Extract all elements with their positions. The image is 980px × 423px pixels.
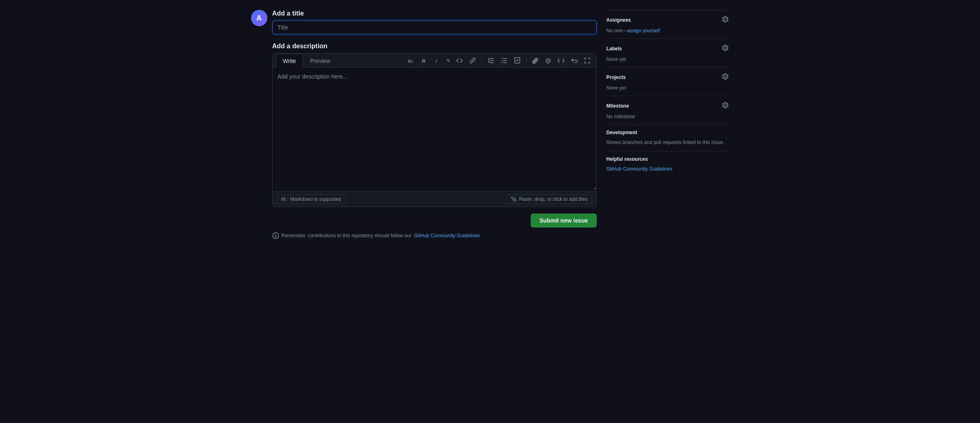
toolbar-link-btn[interactable] xyxy=(467,56,478,65)
markdown-support-btn[interactable]: M↓ Markdown is supported xyxy=(277,194,346,204)
toolbar-ordered-list-btn[interactable] xyxy=(485,56,497,65)
svg-text:H₁: H₁ xyxy=(408,59,413,63)
toolbar-reference-btn[interactable] xyxy=(555,56,567,65)
avatar: A xyxy=(251,10,267,26)
tab-preview[interactable]: Preview xyxy=(303,54,337,68)
milestone-section: Milestone No milestone xyxy=(607,96,729,124)
labels-gear-icon xyxy=(722,45,729,51)
toolbar-attach-btn[interactable] xyxy=(530,56,541,65)
assignees-value: No one—assign yourself xyxy=(607,28,729,34)
toolbar-unordered-list-btn[interactable] xyxy=(498,56,510,65)
projects-section: Projects None yet xyxy=(607,67,729,96)
development-section: Development Shows branches and pull requ… xyxy=(607,124,729,151)
labels-value: None yet xyxy=(607,56,729,62)
milestone-gear-btn[interactable] xyxy=(721,101,729,110)
markdown-label: Markdown is supported xyxy=(290,196,341,202)
milestone-header: Milestone xyxy=(607,101,729,110)
title-input[interactable] xyxy=(272,20,597,34)
submit-issue-button[interactable]: Submit new issue xyxy=(531,214,596,227)
description-section: Add a description Write Preview H₁ B xyxy=(272,43,597,207)
helpful-resources-title: Helpful resources xyxy=(607,156,729,162)
github-community-guidelines-link[interactable]: GitHub Community Guidelines xyxy=(607,166,672,172)
editor-footer: M↓ Markdown is supported 📎 Paste, drop, … xyxy=(273,191,596,207)
info-icon xyxy=(272,232,279,239)
issue-form: Add a title Add a description Write Prev… xyxy=(272,10,597,239)
tab-write[interactable]: Write xyxy=(276,54,303,68)
projects-gear-icon xyxy=(722,73,729,80)
attach-files-btn[interactable]: 📎 Paste, drop, or click to add files xyxy=(506,194,592,204)
projects-value: None yet xyxy=(607,85,729,91)
toolbar-bold-btn[interactable]: B xyxy=(418,56,430,65)
toolbar-fullscreen-btn[interactable] xyxy=(582,56,593,65)
projects-gear-btn[interactable] xyxy=(721,72,729,82)
toolbar-italic-btn[interactable]: I xyxy=(431,56,443,65)
toolbar-undo-btn[interactable] xyxy=(568,56,580,65)
title-section: Add a title xyxy=(272,10,597,43)
notice-link[interactable]: GitHub Community Guidelines xyxy=(414,233,480,239)
editor-tab-bar: Write Preview H₁ B I S xyxy=(273,54,596,68)
toolbar-strikethrough-btn[interactable]: S xyxy=(444,56,452,65)
submit-area: Submit new issue xyxy=(272,214,597,227)
toolbar-code-btn[interactable] xyxy=(454,56,465,65)
toolbar-mention-btn[interactable]: @ xyxy=(543,56,554,65)
description-textarea[interactable] xyxy=(273,68,596,190)
toolbar-heading-btn[interactable]: H₁ xyxy=(405,56,416,65)
labels-section: Labels None yet xyxy=(607,38,729,67)
avatar-initial: A xyxy=(256,14,262,22)
toolbar-divider-2 xyxy=(526,57,527,64)
development-text: Shows branches and pull requests linked … xyxy=(607,139,729,146)
description-section-label: Add a description xyxy=(272,43,597,50)
toolbar-divider-1 xyxy=(482,57,482,64)
notice-text: Remember, contributions to this reposito… xyxy=(281,233,412,239)
assignees-gear-btn[interactable] xyxy=(721,15,729,25)
development-title: Development xyxy=(607,130,637,135)
assignees-section: Assignees No one—assign yourself xyxy=(607,10,729,38)
attach-icon: 📎 xyxy=(511,196,517,202)
toolbar-task-list-btn[interactable] xyxy=(512,56,523,65)
assignees-title: Assignees xyxy=(607,17,631,23)
remember-notice: Remember, contributions to this reposito… xyxy=(272,232,597,239)
assign-yourself-link[interactable]: assign yourself xyxy=(627,28,660,34)
editor-container: Write Preview H₁ B I S xyxy=(272,53,597,207)
sidebar: Assignees No one—assign yourself Labels xyxy=(607,10,729,239)
labels-gear-btn[interactable] xyxy=(721,44,729,53)
gear-icon xyxy=(722,16,729,22)
svg-text:B: B xyxy=(422,58,425,64)
markdown-icon: M↓ xyxy=(281,196,288,202)
title-section-label: Add a title xyxy=(272,10,597,17)
milestone-title: Milestone xyxy=(607,103,629,109)
labels-title: Labels xyxy=(607,46,622,52)
attach-label: Paste, drop, or click to add files xyxy=(519,196,588,202)
editor-toolbar: H₁ B I S xyxy=(405,54,593,67)
development-header: Development xyxy=(607,130,729,135)
milestone-value: No milestone xyxy=(607,114,729,119)
assignees-prefix: No one— xyxy=(607,28,627,34)
milestone-gear-icon xyxy=(722,102,729,108)
projects-header: Projects xyxy=(607,72,729,82)
svg-text:I: I xyxy=(435,58,437,64)
labels-header: Labels xyxy=(607,44,729,53)
projects-title: Projects xyxy=(607,74,626,80)
helpful-resources-section: Helpful resources GitHub Community Guide… xyxy=(607,151,729,177)
assignees-header: Assignees xyxy=(607,15,729,25)
